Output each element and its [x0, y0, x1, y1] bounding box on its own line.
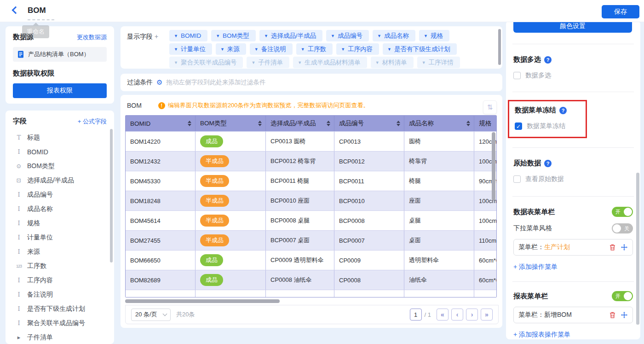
field-chip[interactable]: ▼成品编号	[326, 30, 369, 41]
field-chip[interactable]: ▼BOM类型	[211, 30, 256, 41]
field-item[interactable]: I成品编号	[13, 187, 107, 202]
sort-tool-button[interactable]: ⇅	[483, 100, 497, 114]
table-row[interactable]: BOM45330 半成品 BCP0011 椅腿 BCP0011 椅腿 90cm*…	[126, 171, 496, 191]
first-page-button[interactable]: «	[437, 309, 448, 321]
field-chip[interactable]: ▼成品名称	[373, 30, 415, 41]
checkbox-checked[interactable]: ✓	[515, 122, 522, 130]
datasource-item[interactable]: 产品结构清单（BOM）	[13, 47, 107, 62]
delete-icon[interactable]	[609, 244, 616, 251]
sort-icon[interactable]	[466, 121, 470, 126]
table-row[interactable]: BOM12432 半成品 BCP0012 椅靠背 BCP0012 椅靠背 100…	[126, 151, 496, 171]
report-permission-button[interactable]: 报表权限	[13, 83, 107, 98]
table-row[interactable]: BOM27455 半成品 BCP0007 桌面 BCP0007 桌面 110cm…	[126, 230, 496, 250]
chip-label: 备注说明	[261, 45, 286, 53]
table-header: BOMID BOM类型 选择成品/半成品 成品编号 成品名称 规格	[126, 116, 496, 131]
field-chip-disabled[interactable]: ▼工序详情	[417, 57, 460, 68]
sort-icon[interactable]	[397, 121, 400, 126]
field-chip-disabled[interactable]: ▼聚合关联半成品编号	[169, 57, 243, 68]
color-settings-button[interactable]: 颜色设置	[513, 21, 632, 33]
prev-page-button[interactable]: ‹	[451, 309, 463, 321]
field-chip-disabled[interactable]: ▼材料清单	[371, 57, 414, 68]
help-icon[interactable]: ?	[544, 56, 552, 64]
expand-arrow-icon[interactable]: ▸	[15, 334, 23, 341]
sort-icon[interactable]	[258, 121, 262, 126]
add-formula-field-link[interactable]: + 公式字段	[78, 117, 107, 126]
page-size-select[interactable]: 20 条/页	[131, 309, 171, 321]
sort-icon[interactable]	[327, 121, 330, 126]
back-icon[interactable]	[12, 6, 20, 14]
column-header-product-name[interactable]: 成品名称	[404, 116, 474, 131]
settings-scrollbar[interactable]	[636, 173, 639, 325]
checkbox-unchecked[interactable]	[513, 175, 521, 183]
report-menu-toggle-on[interactable]: 开	[612, 291, 633, 301]
field-item[interactable]: IBOMID	[13, 145, 107, 159]
checkbox-unchecked[interactable]	[513, 72, 521, 79]
column-header-bom-type[interactable]: BOM类型	[196, 116, 266, 131]
field-chip[interactable]: ▼是否有下级生成计划	[383, 43, 456, 55]
multi-select-checkbox-row[interactable]: 数据多选	[513, 71, 633, 80]
table-row[interactable]: BOM82689 成品 CP0008 油纸伞 CP0008 油纸伞 60cm*6	[126, 270, 496, 290]
fields-scrollbar[interactable]	[110, 129, 113, 262]
field-item[interactable]: I来源	[13, 245, 107, 259]
add-action-menu-link[interactable]: + 添加操作菜单	[513, 263, 558, 271]
field-chip[interactable]: ▼备注说明	[250, 43, 293, 55]
table-menu-toggle-on[interactable]: 开	[612, 207, 633, 217]
chips-scrollbar[interactable]	[498, 29, 501, 65]
page-number-input[interactable]	[410, 309, 422, 321]
table-row[interactable]: BOM45614 半成品 BCP0008 桌腿 BCP0008 桌腿 100cm…	[126, 210, 496, 230]
sort-icon[interactable]	[188, 121, 191, 126]
field-item[interactable]: I备注说明	[13, 287, 107, 302]
menu-item-box[interactable]: 菜单栏： 生产计划	[513, 239, 633, 256]
column-header-spec[interactable]: 规格	[474, 116, 497, 131]
field-chip[interactable]: ▼选择成品/半成品	[259, 30, 322, 41]
table-vertical-scrollbar[interactable]	[492, 132, 495, 200]
column-header-select-product[interactable]: 选择成品/半成品	[266, 116, 334, 131]
table-row[interactable]: BOM66650 成品 CP0009 透明塑料伞 CP0009 透明塑料伞 60…	[126, 250, 496, 270]
delete-icon[interactable]	[609, 311, 616, 319]
column-header-bomid[interactable]: BOMID	[126, 116, 196, 131]
menu-item-box[interactable]: 菜单栏： 新增BOM	[513, 307, 633, 323]
move-icon[interactable]	[621, 244, 628, 251]
gear-icon[interactable]: ⚙	[156, 78, 162, 87]
field-chip[interactable]: ▼BOMID	[169, 30, 207, 41]
field-chip[interactable]: ▼计量单位	[169, 43, 212, 55]
field-chip[interactable]: ▼规格	[419, 30, 449, 41]
field-item[interactable]: I聚合关联半成品编号	[13, 316, 107, 330]
field-item[interactable]: T标题	[13, 130, 107, 145]
page-title[interactable]: BOM	[28, 6, 46, 15]
dropdown-style-toggle-off[interactable]: 关	[612, 223, 633, 233]
column-header-product-code[interactable]: 成品编号	[334, 116, 404, 131]
move-icon[interactable]	[621, 311, 628, 319]
field-item[interactable]: I规格	[13, 216, 107, 230]
help-icon[interactable]: ?	[559, 107, 567, 114]
field-label: 规格	[27, 219, 40, 227]
field-item[interactable]: ⊡选择成品/半成品	[13, 173, 107, 187]
chip-label: 生成半成品材料清单	[305, 58, 361, 67]
field-item[interactable]: I成品名称	[13, 202, 107, 216]
field-chip[interactable]: ▼工序数	[296, 43, 333, 55]
table-row[interactable]: BOM18248 半成品 BCP0010 座面 BCP0010 座面 100cm…	[126, 191, 496, 210]
filter-panel[interactable]: 过滤条件 ⚙ 拖动左侧字段到此处来添加过滤条件	[121, 74, 502, 91]
add-report-action-menu-link[interactable]: + 添加报表操作菜单	[513, 331, 570, 339]
field-item[interactable]: 123工序数	[13, 259, 107, 273]
table-horizontal-scrollbar[interactable]	[125, 298, 497, 304]
field-item[interactable]: I工序内容	[13, 273, 107, 287]
field-chip-disabled[interactable]: ▼子件清单	[247, 57, 289, 68]
next-page-button[interactable]: ›	[466, 309, 478, 321]
change-datasource-link[interactable]: 更改数据源	[77, 33, 107, 41]
save-button[interactable]: 保存	[602, 5, 639, 18]
raw-data-checkbox-row[interactable]: 查看原始数据	[513, 175, 633, 183]
chip-label: 材料清单	[382, 58, 407, 67]
field-item[interactable]: ⊙BOM类型	[13, 159, 107, 173]
menu-freeze-checkbox-row[interactable]: ✓数据菜单冻结	[515, 122, 580, 130]
help-icon[interactable]: ?	[544, 160, 552, 167]
field-chip[interactable]: ▼工序内容	[336, 43, 379, 55]
last-page-button[interactable]: »	[481, 309, 493, 321]
field-item[interactable]: I计量单位	[13, 230, 107, 245]
field-chip-disabled[interactable]: ▼生成半成品材料清单	[293, 57, 367, 68]
field-item[interactable]: I是否有下级生成计划	[13, 302, 107, 316]
add-field-button[interactable]: +	[155, 33, 158, 40]
table-row[interactable]: BOM14220 成品 CP0013 圆椅 CP0013 圆椅 120cm*	[126, 131, 496, 151]
field-item[interactable]: ▸子件清单	[13, 330, 107, 344]
field-chip[interactable]: ▼来源	[216, 43, 246, 55]
